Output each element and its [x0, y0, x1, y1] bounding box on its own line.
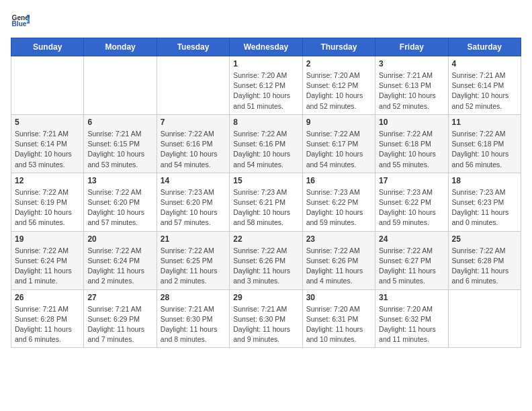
day-info: Sunrise: 7:22 AM Sunset: 6:26 PM Dayligh… — [306, 246, 371, 287]
calendar-cell: 4Sunrise: 7:21 AM Sunset: 6:14 PM Daylig… — [448, 56, 521, 115]
calendar-cell: 5Sunrise: 7:21 AM Sunset: 6:14 PM Daylig… — [11, 114, 84, 173]
day-info: Sunrise: 7:22 AM Sunset: 6:16 PM Dayligh… — [233, 129, 298, 170]
day-info: Sunrise: 7:21 AM Sunset: 6:13 PM Dayligh… — [379, 71, 444, 111]
day-number: 31 — [379, 293, 444, 302]
day-info: Sunrise: 7:22 AM Sunset: 6:19 PM Dayligh… — [15, 187, 80, 228]
calendar-cell: 6Sunrise: 7:21 AM Sunset: 6:15 PM Daylig… — [84, 114, 157, 173]
calendar-cell: 23Sunrise: 7:22 AM Sunset: 6:26 PM Dayli… — [302, 231, 375, 289]
calendar-cell: 15Sunrise: 7:23 AM Sunset: 6:21 PM Dayli… — [230, 173, 302, 231]
day-info: Sunrise: 7:20 AM Sunset: 6:32 PM Dayligh… — [379, 304, 444, 345]
day-number: 11 — [452, 118, 517, 127]
day-info: Sunrise: 7:21 AM Sunset: 6:14 PM Dayligh… — [15, 129, 80, 170]
day-number: 9 — [306, 118, 371, 127]
calendar-cell: 22Sunrise: 7:22 AM Sunset: 6:26 PM Dayli… — [230, 231, 302, 289]
day-number: 5 — [15, 118, 80, 127]
day-number: 22 — [233, 234, 298, 244]
calendar-cell: 18Sunrise: 7:23 AM Sunset: 6:23 PM Dayli… — [448, 173, 521, 231]
calendar-cell — [448, 289, 521, 348]
calendar-cell: 21Sunrise: 7:22 AM Sunset: 6:25 PM Dayli… — [157, 231, 229, 289]
day-number: 6 — [87, 118, 152, 127]
svg-text:Blue: Blue — [12, 20, 27, 28]
day-number: 4 — [452, 59, 517, 68]
day-number: 2 — [306, 59, 371, 68]
day-info: Sunrise: 7:23 AM Sunset: 6:20 PM Dayligh… — [161, 187, 226, 228]
day-number: 1 — [233, 59, 298, 68]
day-info: Sunrise: 7:23 AM Sunset: 6:22 PM Dayligh… — [306, 187, 371, 228]
calendar-cell: 9Sunrise: 7:22 AM Sunset: 6:17 PM Daylig… — [302, 114, 375, 173]
day-info: Sunrise: 7:20 AM Sunset: 6:31 PM Dayligh… — [306, 304, 371, 345]
day-number: 17 — [379, 176, 444, 185]
week-row-5: 26Sunrise: 7:21 AM Sunset: 6:28 PM Dayli… — [11, 289, 521, 348]
day-info: Sunrise: 7:22 AM Sunset: 6:25 PM Dayligh… — [161, 246, 226, 287]
calendar-cell: 30Sunrise: 7:20 AM Sunset: 6:31 PM Dayli… — [302, 289, 375, 348]
day-info: Sunrise: 7:20 AM Sunset: 6:12 PM Dayligh… — [233, 71, 298, 111]
week-row-2: 5Sunrise: 7:21 AM Sunset: 6:14 PM Daylig… — [11, 114, 521, 173]
week-row-1: 1Sunrise: 7:20 AM Sunset: 6:12 PM Daylig… — [11, 56, 521, 115]
day-info: Sunrise: 7:22 AM Sunset: 6:28 PM Dayligh… — [452, 246, 517, 287]
day-number: 14 — [161, 176, 226, 185]
header-sunday: Sunday — [11, 38, 84, 56]
day-number: 26 — [15, 293, 80, 302]
day-info: Sunrise: 7:23 AM Sunset: 6:22 PM Dayligh… — [379, 187, 444, 228]
calendar-cell: 29Sunrise: 7:21 AM Sunset: 6:30 PM Dayli… — [230, 289, 302, 348]
day-number: 23 — [306, 234, 371, 244]
day-number: 20 — [87, 234, 152, 244]
day-number: 24 — [379, 234, 444, 244]
day-info: Sunrise: 7:20 AM Sunset: 6:12 PM Dayligh… — [306, 71, 371, 111]
calendar-cell: 16Sunrise: 7:23 AM Sunset: 6:22 PM Dayli… — [302, 173, 375, 231]
day-info: Sunrise: 7:21 AM Sunset: 6:30 PM Dayligh… — [233, 304, 298, 345]
day-info: Sunrise: 7:22 AM Sunset: 6:18 PM Dayligh… — [452, 129, 517, 170]
day-info: Sunrise: 7:21 AM Sunset: 6:30 PM Dayligh… — [161, 304, 226, 345]
day-number: 19 — [15, 234, 80, 244]
day-info: Sunrise: 7:22 AM Sunset: 6:27 PM Dayligh… — [379, 246, 444, 287]
calendar-cell: 3Sunrise: 7:21 AM Sunset: 6:13 PM Daylig… — [375, 56, 448, 115]
day-number: 12 — [15, 176, 80, 185]
calendar-table: SundayMondayTuesdayWednesdayThursdayFrid… — [11, 38, 521, 348]
calendar-header-row: SundayMondayTuesdayWednesdayThursdayFrid… — [11, 38, 521, 56]
calendar-cell: 17Sunrise: 7:23 AM Sunset: 6:22 PM Dayli… — [375, 173, 448, 231]
calendar-cell: 28Sunrise: 7:21 AM Sunset: 6:30 PM Dayli… — [157, 289, 229, 348]
header-wednesday: Wednesday — [230, 38, 302, 56]
day-info: Sunrise: 7:22 AM Sunset: 6:16 PM Dayligh… — [161, 129, 226, 170]
day-number: 15 — [233, 176, 298, 185]
day-info: Sunrise: 7:22 AM Sunset: 6:17 PM Dayligh… — [306, 129, 371, 170]
calendar-cell: 13Sunrise: 7:22 AM Sunset: 6:20 PM Dayli… — [84, 173, 157, 231]
day-number: 8 — [233, 118, 298, 127]
day-number: 27 — [87, 293, 152, 302]
calendar-cell: 10Sunrise: 7:22 AM Sunset: 6:18 PM Dayli… — [375, 114, 448, 173]
calendar-cell: 19Sunrise: 7:22 AM Sunset: 6:24 PM Dayli… — [11, 231, 84, 289]
calendar-cell: 7Sunrise: 7:22 AM Sunset: 6:16 PM Daylig… — [157, 114, 229, 173]
day-number: 28 — [161, 293, 226, 302]
day-info: Sunrise: 7:22 AM Sunset: 6:20 PM Dayligh… — [87, 187, 152, 228]
logo-icon: General Blue — [11, 11, 30, 30]
calendar-cell — [157, 56, 229, 115]
day-info: Sunrise: 7:23 AM Sunset: 6:23 PM Dayligh… — [452, 187, 517, 228]
calendar-cell: 31Sunrise: 7:20 AM Sunset: 6:32 PM Dayli… — [375, 289, 448, 348]
day-number: 13 — [87, 176, 152, 185]
calendar-cell: 20Sunrise: 7:22 AM Sunset: 6:24 PM Dayli… — [84, 231, 157, 289]
day-number: 25 — [452, 234, 517, 244]
calendar-cell: 25Sunrise: 7:22 AM Sunset: 6:28 PM Dayli… — [448, 231, 521, 289]
day-number: 16 — [306, 176, 371, 185]
day-number: 29 — [233, 293, 298, 302]
header-monday: Monday — [84, 38, 157, 56]
calendar-cell: 11Sunrise: 7:22 AM Sunset: 6:18 PM Dayli… — [448, 114, 521, 173]
day-number: 7 — [161, 118, 226, 127]
header-saturday: Saturday — [448, 38, 521, 56]
day-info: Sunrise: 7:21 AM Sunset: 6:28 PM Dayligh… — [15, 304, 80, 345]
calendar-cell: 12Sunrise: 7:22 AM Sunset: 6:19 PM Dayli… — [11, 173, 84, 231]
header-friday: Friday — [375, 38, 448, 56]
day-number: 10 — [379, 118, 444, 127]
day-info: Sunrise: 7:23 AM Sunset: 6:21 PM Dayligh… — [233, 187, 298, 228]
day-info: Sunrise: 7:22 AM Sunset: 6:24 PM Dayligh… — [15, 246, 80, 287]
calendar-cell: 27Sunrise: 7:21 AM Sunset: 6:29 PM Dayli… — [84, 289, 157, 348]
day-number: 30 — [306, 293, 371, 302]
calendar-cell: 2Sunrise: 7:20 AM Sunset: 6:12 PM Daylig… — [302, 56, 375, 115]
calendar-cell — [84, 56, 157, 115]
week-row-3: 12Sunrise: 7:22 AM Sunset: 6:19 PM Dayli… — [11, 173, 521, 231]
calendar-cell: 8Sunrise: 7:22 AM Sunset: 6:16 PM Daylig… — [230, 114, 302, 173]
day-info: Sunrise: 7:22 AM Sunset: 6:26 PM Dayligh… — [233, 246, 298, 287]
page-header: General Blue — [11, 11, 521, 30]
calendar-cell: 24Sunrise: 7:22 AM Sunset: 6:27 PM Dayli… — [375, 231, 448, 289]
day-info: Sunrise: 7:21 AM Sunset: 6:14 PM Dayligh… — [452, 71, 517, 111]
